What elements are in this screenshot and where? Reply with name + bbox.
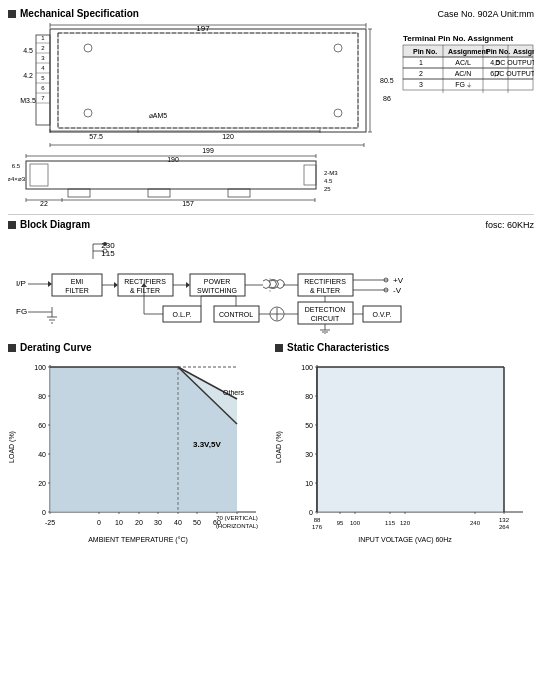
block-diagram-svg: 230 115 I/P EMI FILTER RECTIFIERS & FILT… [8,234,534,334]
svg-text:Assignment: Assignment [448,48,489,56]
svg-text:DETECTION: DETECTION [305,306,345,313]
svg-text:2: 2 [41,45,45,51]
svg-rect-1 [58,33,358,128]
svg-text:FILTER: FILTER [65,287,89,294]
svg-text:5: 5 [41,75,45,81]
svg-text:LOAD (%): LOAD (%) [275,431,283,463]
svg-marker-104 [114,282,118,288]
svg-rect-2 [50,29,366,132]
svg-text:O.L.P.: O.L.P. [173,311,192,318]
svg-text:264: 264 [499,524,510,530]
svg-rect-0 [58,33,358,128]
svg-text:RECTIFIERS: RECTIFIERS [304,278,346,285]
svg-text:80: 80 [305,393,313,400]
svg-text:DC OUTPUT -V: DC OUTPUT -V [495,59,534,66]
svg-text:1: 1 [419,59,423,66]
block-diagram-section: Block Diagram fosc: 60KHz 230 115 I/P EM… [8,214,534,336]
svg-text:176: 176 [312,524,323,530]
svg-text:2: 2 [419,70,423,77]
svg-rect-234 [317,367,504,512]
static-header: Static Characteristics [275,342,534,353]
svg-text:6: 6 [41,85,45,91]
svg-text:6.5: 6.5 [12,163,21,169]
svg-text:0: 0 [97,519,101,526]
svg-text:100: 100 [301,364,313,371]
svg-text:100: 100 [350,520,361,526]
svg-text:3: 3 [41,55,45,61]
svg-rect-72 [26,161,316,189]
svg-text:I/P: I/P [16,279,26,288]
svg-text:CIRCUIT: CIRCUIT [311,315,340,322]
svg-text:88: 88 [314,517,321,523]
svg-text:95: 95 [337,520,344,526]
svg-text:20: 20 [135,519,143,526]
svg-text:50: 50 [193,519,201,526]
svg-text:-25: -25 [45,519,55,526]
derating-header: Derating Curve [8,342,267,353]
svg-text:80: 80 [38,393,46,400]
header-icon [8,10,16,18]
svg-text:240: 240 [470,520,481,526]
svg-text:Pin No.: Pin No. [413,48,437,55]
bd-header-icon [8,221,16,229]
svg-text:7: 7 [41,95,45,101]
mechanical-header: Mechanical Specification Case No. 902A U… [8,8,534,19]
static-svg: 0 10 30 50 80 100 LOAD (%) [275,357,533,547]
mechanical-side-view: 190 6.5 ⌀4×⌀3 2-M3 4.5 25 22 157 [8,153,534,208]
svg-rect-78 [228,189,250,197]
svg-text:50: 50 [305,422,313,429]
svg-text:20: 20 [38,480,46,487]
svg-text:4.2: 4.2 [23,72,33,79]
svg-text:4: 4 [41,65,45,71]
svg-text:& FILTER: & FILTER [310,287,340,294]
svg-text:70 (VERTICAL): 70 (VERTICAL) [216,515,258,521]
svg-text:120: 120 [400,520,411,526]
svg-text:⌀4×⌀3: ⌀4×⌀3 [8,176,26,182]
derating-icon [8,344,16,352]
svg-text:30: 30 [154,519,162,526]
svg-rect-77 [148,189,170,197]
svg-text:SWITCHING: SWITCHING [197,287,237,294]
svg-point-95 [103,242,107,246]
derating-section: Derating Curve 0 20 40 [8,342,267,692]
svg-text:FG ⏚: FG ⏚ [455,81,472,88]
derating-title: Derating Curve [20,342,92,353]
svg-text:4.5: 4.5 [23,47,33,54]
svg-text:INPUT VOLTAGE (VAC) 60Hz: INPUT VOLTAGE (VAC) 60Hz [358,536,452,544]
svg-text:3.3V,5V: 3.3V,5V [193,440,221,449]
static-title: Static Characteristics [287,342,389,353]
svg-text:DC OUTPUT +V: DC OUTPUT +V [494,70,534,77]
page: Mechanical Specification Case No. 902A U… [0,0,542,700]
svg-text:LOAD (%): LOAD (%) [8,431,16,463]
svg-text:2-M3: 2-M3 [324,170,338,176]
block-diagram-header: Block Diagram fosc: 60KHz [8,219,534,230]
svg-text:22: 22 [40,200,48,207]
svg-text:190: 190 [167,156,179,163]
svg-text:57.5: 57.5 [89,133,103,140]
svg-text:+V: +V [393,276,404,285]
svg-text:& FILTER: & FILTER [130,287,160,294]
svg-text:⌀AM5: ⌀AM5 [149,112,168,119]
mechanical-section: Mechanical Specification Case No. 902A U… [8,8,534,208]
svg-text:157: 157 [182,200,194,207]
svg-point-25 [84,44,92,52]
derating-svg: 0 20 40 60 80 100 LOAD (%) [8,357,266,547]
svg-text:POWER: POWER [204,278,230,285]
svg-text:197: 197 [196,24,210,33]
svg-point-28 [334,109,342,117]
block-diagram-title: Block Diagram [20,219,90,230]
svg-point-27 [334,44,342,52]
svg-text:60: 60 [38,422,46,429]
svg-text:4.5: 4.5 [324,178,333,184]
mechanical-top-view: 197 1 2 3 4 5 6 7 4.5 4.2 M3.5 [8,23,534,153]
svg-text:0: 0 [309,509,313,516]
svg-text:RECTIFIERS: RECTIFIERS [124,278,166,285]
svg-text:EMI: EMI [71,278,84,285]
svg-text:(HORIZONTAL): (HORIZONTAL) [216,523,258,529]
svg-text:AC/L: AC/L [455,59,471,66]
svg-text:115: 115 [385,520,396,526]
svg-text:25: 25 [324,186,331,192]
svg-text:3: 3 [419,81,423,88]
svg-text:86: 86 [383,95,391,102]
svg-text:10: 10 [305,480,313,487]
